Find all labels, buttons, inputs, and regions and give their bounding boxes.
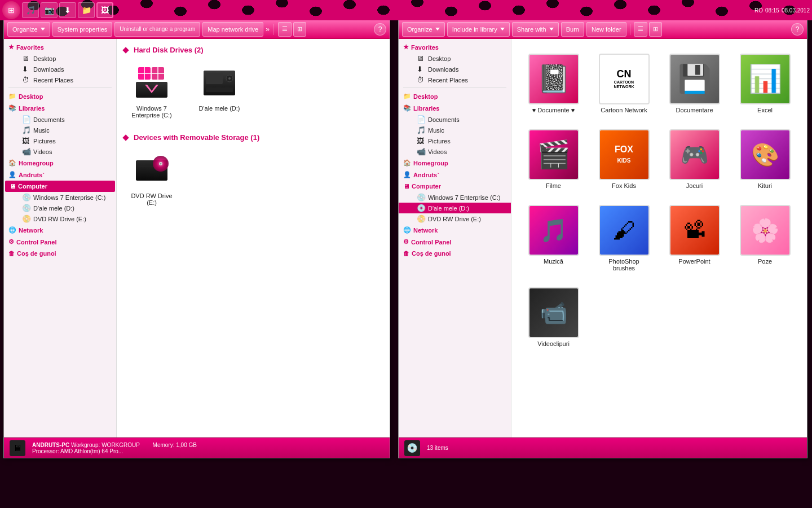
folder-ps[interactable]: 🖌 PhotoShop brushes [593, 202, 655, 275]
folder-thumb-poze: 🌸 [740, 205, 791, 256]
sidebar-recent-left[interactable]: ⏱ Recent Places [4, 75, 116, 85]
pictures-icon-left: 🖼 [22, 137, 31, 145]
desktop-header-left: 📁 Desktop [4, 90, 116, 102]
system-properties-button[interactable]: System properties [52, 22, 113, 37]
sidebar-dale-left[interactable]: 💿 D'ale mele (D:) [4, 203, 116, 213]
favorites-header-right: ★ Favorites [399, 41, 511, 53]
folder-kituri[interactable]: 🎨 Kituri [734, 126, 796, 192]
view-details-button-right[interactable]: ☰ [634, 22, 647, 37]
folder-thumb-ps: 🖌 [599, 205, 650, 256]
sidebar-pictures-right[interactable]: 🖼 Pictures [399, 135, 511, 146]
processor-text: Processor: AMD Athlon(tm) 64 Pro... [32, 448, 123, 454]
homegroup-icon-right: 🏠 [403, 159, 411, 167]
sidebar-win7-right[interactable]: 💿 Windows 7 Enterprise (C:) [399, 192, 511, 203]
map-network-button[interactable]: Map network drive [202, 22, 263, 37]
share-with-button[interactable]: Share with [512, 22, 559, 37]
network-header-right: 🌐 Network [399, 224, 511, 236]
removable-drives-grid: DVD RW Drive (E:) [123, 147, 383, 209]
computer-header-left[interactable]: 🖥 Computer [5, 181, 115, 192]
folder-ppt[interactable]: 📽 PowerPoint [664, 202, 725, 275]
folder-documentare[interactable]: 💾 Documentare [664, 50, 725, 117]
toolbar-sep-left [273, 24, 273, 35]
left-status-info: ANDRUTS-PC Workgroup: WORKGROUP Memory: … [32, 442, 197, 454]
folder-video[interactable]: 📹 Videoclipuri [523, 284, 584, 351]
folder-documente[interactable]: 📓 ♥ Documente ♥ [523, 50, 584, 117]
control-panel-right[interactable]: ⚙ Control Panel [399, 236, 511, 248]
uninstall-button[interactable]: Uninstall or change a program [114, 22, 200, 37]
folder-foxkids[interactable]: FOXKIDS Fox Kids [593, 126, 655, 192]
sidebar-dvd-right[interactable]: 📀 DVD RW Drive (E:) [399, 213, 511, 224]
removable-section-header: Devices with Removable Storage (1) [123, 133, 383, 142]
hdd-d-icon-right: 💿 [417, 204, 426, 212]
taskbar-btn-5[interactable]: 🖼 [96, 2, 113, 18]
help-button-left[interactable]: ? [374, 23, 386, 36]
recycle-bin-left[interactable]: 🗑 Coș de gunoi [4, 248, 116, 259]
drive-c-item[interactable]: Windows 7 Enterprise (C:) [123, 60, 180, 122]
cp-icon-left: ⚙ [8, 238, 14, 246]
new-folder-button[interactable]: New folder [586, 22, 626, 37]
taskbar-btn-2[interactable]: 📷 [41, 2, 58, 18]
sidebar-documents-left[interactable]: 📄 Documents [4, 114, 116, 125]
sidebar-downloads-right[interactable]: ⬇ Downloads [399, 64, 511, 75]
network-icon-left: 🌐 [8, 226, 16, 234]
right-content-area: 📓 ♥ Documente ♥ CN CARTOONNETWORK Cartoo… [511, 39, 807, 437]
sidebar-dvd-left[interactable]: 📀 DVD RW Drive (E:) [4, 213, 116, 224]
sidebar-downloads-left[interactable]: ⬇ Downloads [4, 64, 116, 75]
folder-thumb-ppt: 📽 [669, 205, 720, 256]
sidebar-div1-right [403, 87, 506, 88]
start-icon: ⊞ [8, 6, 15, 15]
dvd-drive-item[interactable]: DVD RW Drive (E:) [123, 147, 180, 209]
organize-button-right[interactable]: Organize [402, 22, 445, 37]
sidebar-videos-right[interactable]: 📹 Videos [399, 146, 511, 157]
svg-rect-11 [206, 73, 223, 84]
folder-thumb-video: 📹 [528, 287, 579, 338]
sidebar-videos-left[interactable]: 📹 Videos [4, 146, 116, 157]
sidebar-music-right[interactable]: 🎵 Music [399, 125, 511, 135]
toolbar-more-left[interactable]: » [266, 25, 270, 33]
organize-button-left[interactable]: Organize [7, 22, 50, 37]
folder-name-excel: Excel [757, 107, 773, 113]
burn-button[interactable]: Burn [561, 22, 584, 37]
sidebar-desktop-left[interactable]: 🖥 Desktop [4, 53, 116, 64]
recent-icon-right: ⏱ [417, 76, 426, 84]
taskbar-btn-4[interactable]: 📁 [78, 2, 95, 18]
view-large-button-right[interactable]: ⊞ [649, 22, 662, 37]
include-library-button[interactable]: Include in library [447, 22, 510, 37]
folder-poze[interactable]: 🌸 Poze [734, 202, 796, 275]
sidebar-recent-right[interactable]: ⏱ Recent Places [399, 75, 511, 85]
right-window-body: ★ Favorites 🖥 Desktop ⬇ Downloads ⏱ Rece… [399, 39, 807, 437]
libraries-header-right: 📚 Libraries [399, 102, 511, 114]
folder-name-cn: Cartoon Network [601, 107, 647, 113]
videos-icon-right: 📹 [417, 147, 426, 156]
view-large-button-left[interactable]: ⊞ [293, 22, 306, 37]
help-button-right[interactable]: ? [791, 23, 804, 36]
start-button[interactable]: ⊞ [2, 1, 20, 19]
network-header-left: 🌐 Network [4, 224, 116, 236]
dvd-icon-right: 📀 [417, 214, 426, 223]
drive-d-item[interactable]: D'ale mele (D:) [191, 60, 248, 122]
folder-excel[interactable]: 📊 Excel [734, 50, 796, 117]
folder-muzica[interactable]: 🎵 Muzică [523, 202, 584, 275]
view-details-button-left[interactable]: ☰ [278, 22, 292, 37]
folder-name-poze: Poze [758, 258, 772, 265]
left-window-body: ★ Favorites 🖥 Desktop ⬇ Downloads ⏱ Rece… [4, 39, 390, 437]
folder-filme[interactable]: 🎬 Filme [523, 126, 584, 192]
control-panel-left[interactable]: ⚙ Control Panel [4, 236, 116, 248]
sidebar-music-left[interactable]: 🎵 Music [4, 125, 116, 135]
sidebar-desktop-right[interactable]: 🖥 Desktop [399, 53, 511, 64]
computer-header-right[interactable]: 🖥 Computer [399, 181, 511, 192]
folder-jocuri[interactable]: 🎮 Jocuri [664, 126, 725, 192]
folder-thumb-documentare: 💾 [669, 54, 720, 104]
sidebar-docs-right[interactable]: 📄 Documents [399, 114, 511, 125]
music-icon-left: 🎵 [22, 126, 31, 134]
taskbar-btn-1[interactable]: 🎵 [22, 2, 39, 18]
star-icon-right: ★ [403, 43, 409, 51]
taskbar-btn-3[interactable]: ⬇ [59, 2, 76, 18]
sidebar-pictures-left[interactable]: 🖼 Pictures [4, 135, 116, 146]
folder-name-documente: ♥ Documente ♥ [532, 107, 575, 113]
recycle-bin-right[interactable]: 🗑 Coș de gunoi [399, 248, 511, 259]
folder-cn[interactable]: CN CARTOONNETWORK Cartoon Network [593, 50, 655, 117]
sidebar-dale-right[interactable]: 💿 D'ale mele (D:) [399, 203, 511, 213]
sidebar-win7-left[interactable]: 💿 Windows 7 Enterprise (C:) [4, 192, 116, 203]
left-content-area: Hard Disk Drives (2) [117, 39, 390, 437]
